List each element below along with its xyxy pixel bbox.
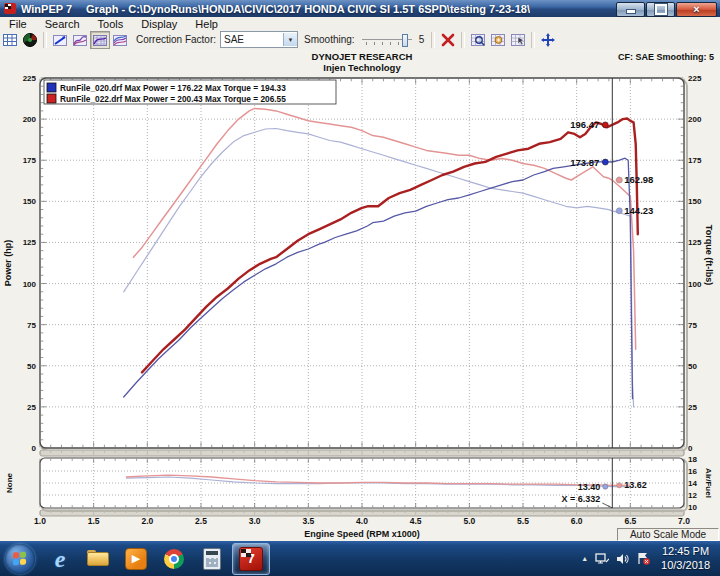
move-axes-button[interactable] [538, 31, 558, 49]
taskbar-item-file-explorer[interactable] [80, 544, 116, 574]
x-tick-label: 3.0 [249, 516, 261, 526]
graph-single-button[interactable] [50, 31, 70, 49]
taskbar-item-chrome[interactable] [156, 544, 192, 574]
pan-mode-button[interactable] [488, 31, 508, 49]
select-mode-button[interactable] [508, 31, 528, 49]
chrome-icon [164, 549, 184, 569]
graph-overlay-icon [92, 32, 108, 48]
y-tick-right: 125 [688, 238, 702, 247]
y-tick-left: 100 [23, 280, 37, 289]
y-axis-label-left: Power (hp) [3, 240, 13, 287]
maximize-button[interactable] [646, 2, 675, 17]
status-auto-scale: Auto Scale Mode [617, 528, 719, 541]
tray-expand-icon[interactable]: ▲ [581, 555, 588, 562]
cursor-value: 173.87 [570, 157, 599, 168]
toolbar-separator [43, 32, 47, 48]
graph-single-icon [52, 32, 68, 48]
globe-icon [22, 32, 38, 48]
close-run-button[interactable] [438, 31, 458, 49]
folder-icon [87, 550, 109, 567]
af-cursor-dot [617, 483, 622, 488]
af-cursor-dot [603, 484, 608, 489]
x-tick-label: 2.0 [141, 516, 153, 526]
x-tick-label: 7.0 [678, 516, 690, 526]
af-cursor-value: 13.62 [624, 480, 647, 490]
x-tick-label: 6.0 [571, 516, 583, 526]
media-player-icon: ▶ [125, 548, 147, 570]
taskbar-item-winpep[interactable]: 7 [232, 543, 270, 575]
y-tick-right: 0 [688, 444, 693, 453]
y-tick-right: 25 [688, 403, 697, 412]
grid-zoom-icon [470, 32, 486, 48]
grid-select-icon [510, 32, 526, 48]
legend-swatch [47, 83, 56, 92]
cursor-x-label: X = 6.332 [562, 494, 601, 504]
close-button[interactable]: × [676, 2, 717, 17]
cursor-value: 144.23 [624, 205, 653, 216]
slider-thumb[interactable] [402, 34, 408, 47]
action-center-flag-icon[interactable] [637, 552, 650, 565]
window-title: Graph - C:\DynoRuns\HONDA\CIVIC\2017 HON… [86, 3, 530, 15]
x-axis-title: Engine Speed (RPM x1000) [304, 529, 420, 539]
x-tick-label: 4.0 [356, 516, 368, 526]
menu-item-tools[interactable]: Tools [89, 18, 133, 30]
clock-time: 12:45 PM [661, 545, 710, 559]
af-y-tick-right: 18 [688, 455, 697, 464]
internet-explorer-icon: e [55, 547, 66, 571]
graph-compare-button[interactable] [70, 31, 90, 49]
x-tick-label: 2.5 [195, 516, 207, 526]
x-tick-label: 3.5 [302, 516, 314, 526]
title-bar[interactable]: WinPEP 7 Graph - C:\DynoRuns\HONDA\CIVIC… [0, 0, 720, 17]
menu-item-file[interactable]: File [0, 18, 36, 30]
speaker-icon[interactable] [616, 553, 630, 565]
winpep-app-icon [4, 3, 16, 14]
af-y-tick-right: 14 [688, 479, 697, 488]
y-tick-left: 175 [23, 156, 37, 165]
main-plot-frame [40, 78, 684, 448]
graph-overlay-button[interactable] [90, 31, 110, 49]
graph-multi-button[interactable] [110, 31, 130, 49]
zoom-mode-button[interactable] [468, 31, 488, 49]
cursor-value: 196.47 [570, 119, 599, 130]
y-tick-left: 50 [27, 362, 36, 371]
taskbar: e ▶ 7 ▲ 12:45 PM 10/3/2018 [0, 541, 720, 576]
menu-item-display[interactable]: Display [132, 18, 186, 30]
taskbar-item-internet-explorer[interactable]: e [42, 544, 78, 574]
taskbar-item-media-player[interactable]: ▶ [118, 544, 154, 574]
toolbar-separator [531, 32, 535, 48]
menu-item-search[interactable]: Search [36, 18, 89, 30]
cursor-value: 162.98 [624, 174, 653, 185]
y-tick-right: 150 [688, 197, 702, 206]
af-label-left: None [5, 472, 14, 493]
y-tick-right: 175 [688, 156, 702, 165]
y-tick-left: 75 [27, 321, 36, 330]
chevron-down-icon[interactable]: ▼ [283, 33, 297, 46]
move-axes-icon [540, 32, 556, 48]
maximize-icon [655, 4, 667, 15]
winpep-icon: 7 [239, 547, 263, 571]
correction-factor-select[interactable]: SAE ▼ [220, 31, 298, 48]
chart-subtitle: Injen Technology [323, 62, 401, 73]
correction-factor-label: Correction Factor: [136, 34, 216, 45]
af-y-tick-right: 16 [688, 467, 697, 476]
taskbar-clock[interactable]: 12:45 PM 10/3/2018 [661, 545, 710, 573]
network-icon[interactable] [595, 553, 609, 565]
grid-pan-icon [490, 32, 506, 48]
taskbar-item-calculator[interactable] [194, 544, 230, 574]
menu-item-help[interactable]: Help [186, 18, 227, 30]
smoothing-slider[interactable] [362, 33, 412, 47]
cursor-dot [616, 208, 622, 214]
graph-multi-icon [112, 32, 128, 48]
start-button[interactable] [5, 544, 35, 574]
minimize-button[interactable] [616, 2, 645, 17]
app-name: WinPEP 7 [21, 3, 72, 15]
chart-title: DYNOJET RESEARCH [312, 51, 413, 62]
windows-logo-icon [13, 551, 27, 566]
af-label-right: Air/Fuel [704, 468, 713, 498]
y-axis-label-right: Torque (ft-lbs) [704, 225, 714, 285]
y-tick-left: 225 [23, 74, 37, 83]
cursor-dot [616, 177, 622, 183]
globe-button[interactable] [20, 31, 40, 49]
table-view-button[interactable] [0, 31, 20, 49]
cursor-dot [602, 159, 608, 165]
